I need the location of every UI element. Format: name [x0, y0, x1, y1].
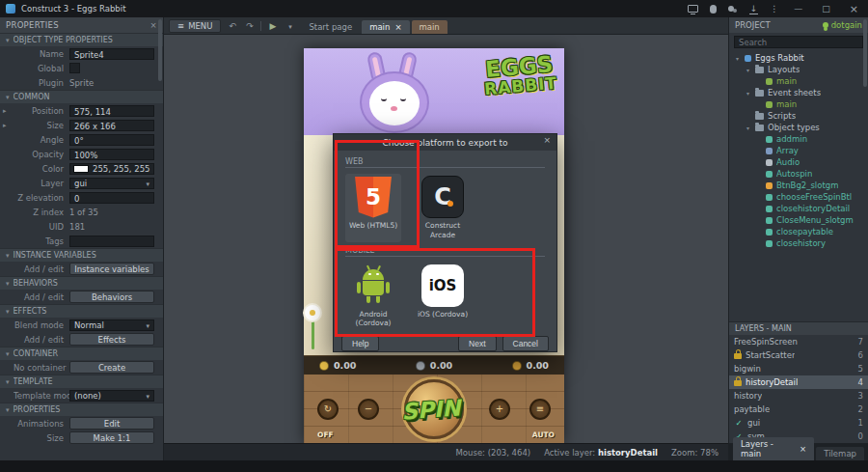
undo-icon[interactable] — [226, 21, 238, 31]
panel-tab[interactable]: Tilemap — [816, 447, 864, 460]
more-icon[interactable] — [770, 4, 778, 14]
property-button[interactable]: Effects — [69, 333, 154, 346]
property-button[interactable]: Instance variables — [69, 263, 154, 275]
property-row[interactable]: Add / edit Behaviors Behaviors Behaviors… — [0, 290, 163, 304]
scrollbar[interactable] — [158, 19, 162, 81]
property-row[interactable]: OBJECT TYPE PROPERTIES — [0, 33, 163, 46]
property-input[interactable]: Sprite4 — [69, 48, 154, 60]
property-input[interactable]: 575, 114 — [69, 105, 154, 117]
property-dropdown[interactable]: (none) — [69, 390, 154, 402]
property-input[interactable]: 0 — [69, 192, 154, 204]
document-tab[interactable]: Start page — [301, 20, 360, 34]
expand-icon[interactable] — [3, 122, 7, 129]
property-row[interactable]: Color 255, 255, 255 255, 255, 255 255, 2… — [0, 161, 163, 176]
bug-icon[interactable] — [710, 5, 717, 14]
tree-expand-icon[interactable]: ▾ — [745, 90, 751, 97]
property-row[interactable]: No container Create Create Create Create… — [0, 360, 163, 375]
property-row[interactable]: Tags — [0, 234, 163, 248]
chevron-down-icon[interactable] — [284, 21, 296, 31]
project-tree-item[interactable]: main — [729, 75, 868, 87]
close-tab-icon[interactable] — [800, 444, 806, 454]
project-tree-item[interactable]: chooseFreeSpinBtl — [729, 191, 868, 203]
property-color-picker[interactable]: 255, 255, 255 — [69, 163, 154, 175]
property-row[interactable]: TEMPLATE — [0, 375, 163, 388]
project-tree-item[interactable]: ▾ Layouts — [729, 64, 868, 75]
section-collapse-icon[interactable] — [6, 378, 10, 386]
layer-row[interactable]: paytable 2 — [729, 403, 868, 416]
property-row[interactable]: Blend mode Normal Normal Normal Normal N… — [0, 318, 163, 332]
layer-row[interactable]: bigwin 5 — [729, 362, 868, 375]
project-tree-item[interactable]: main — [729, 98, 868, 110]
layer-row[interactable]: history 3 — [729, 389, 868, 403]
section-collapse-icon[interactable] — [6, 280, 10, 288]
maximize-button[interactable] — [818, 4, 834, 14]
monitor-icon[interactable] — [688, 5, 698, 13]
property-dropdown[interactable]: Normal — [69, 319, 154, 331]
property-checkbox[interactable] — [69, 63, 80, 73]
property-row[interactable]: Z elevation 0 0 0 0 0 — [0, 190, 163, 205]
property-row[interactable]: BEHAVIORS — [0, 276, 163, 290]
project-tree-item[interactable]: addmin — [729, 133, 868, 145]
property-button[interactable]: Create — [69, 361, 154, 374]
tree-expand-icon[interactable]: ▾ — [734, 55, 741, 62]
cancel-button[interactable]: Cancel — [502, 336, 549, 351]
tile-web-html5[interactable]: 5 Web (HTML5) — [345, 174, 401, 242]
property-row[interactable]: CONTAINER — [0, 347, 163, 360]
visibility-check-icon[interactable] — [734, 418, 744, 428]
property-row[interactable]: Add / edit Instance variables Instance v… — [0, 262, 163, 276]
tile-android-cordova[interactable]: Android (Cordova) — [345, 263, 401, 331]
project-tree-item[interactable]: Autospin — [729, 168, 868, 180]
property-row[interactable]: Name Sprite4 Sprite4 Sprite4 Sprite4 Spr… — [0, 46, 163, 61]
section-collapse-icon[interactable] — [6, 406, 10, 414]
menu-button[interactable]: MENU — [169, 19, 221, 33]
section-collapse-icon[interactable] — [6, 308, 10, 316]
property-input[interactable] — [69, 236, 154, 247]
tile-ios-cordova[interactable]: iOS iOS (Cordova) — [415, 263, 471, 331]
project-tree-item[interactable]: ▾ Object types — [729, 122, 868, 133]
document-tab[interactable]: main — [412, 20, 448, 34]
property-row[interactable]: INSTANCE VARIABLES — [0, 248, 163, 262]
project-tree-item[interactable]: ▾ Event sheets — [729, 87, 868, 98]
layer-row[interactable]: gui 1 — [729, 416, 868, 430]
redo-icon[interactable] — [243, 21, 256, 31]
property-input[interactable]: 0° — [69, 134, 154, 146]
project-tree-item[interactable]: ▾ Eggs Rabbit — [729, 52, 868, 64]
layout-canvas[interactable]: EGGS RABBIT 0.00 0.00 0. — [164, 35, 728, 443]
lock-icon[interactable] — [734, 353, 742, 359]
user-account[interactable]: dotgain — [823, 20, 862, 30]
help-button[interactable]: Help — [341, 336, 379, 351]
section-collapse-icon[interactable] — [6, 37, 10, 44]
section-collapse-icon[interactable] — [6, 94, 10, 101]
property-row[interactable]: COMMON — [0, 90, 163, 103]
users-icon[interactable] — [728, 6, 734, 12]
property-row[interactable]: Opacity 100% 100% 100% 100% 100% — [0, 147, 163, 161]
property-row[interactable]: UID 181 181 181 181 181 — [0, 219, 163, 234]
tile-construct-arcade[interactable]: C Construct Arcade — [415, 174, 471, 242]
project-tree-item[interactable]: Scripts — [729, 110, 868, 122]
project-tree-item[interactable]: Audio — [729, 156, 868, 168]
property-row[interactable]: Angle 0° 0° 0° 0° 0° — [0, 132, 163, 147]
project-tree-item[interactable]: closepaytable — [729, 226, 868, 237]
tree-expand-icon[interactable]: ▾ — [745, 67, 751, 73]
project-tree-item[interactable]: BtnBg2_slotgm — [729, 180, 868, 191]
property-row[interactable]: Size 266 x 166 266 x 166 266 x 166 266 x… — [0, 118, 163, 132]
project-tree-item[interactable]: Array — [729, 145, 868, 156]
search-input[interactable] — [734, 36, 863, 48]
property-row[interactable]: PROPERTIES — [0, 403, 163, 416]
property-input[interactable]: 100% — [69, 149, 154, 160]
property-row[interactable]: Layer gui gui gui gui gui — [0, 176, 163, 190]
property-row[interactable]: Position 575, 114 575, 114 575, 114 575,… — [0, 103, 163, 118]
property-button[interactable]: Make 1:1 — [69, 431, 154, 444]
project-tree-item[interactable]: CloseMenu_slotgm — [729, 214, 868, 226]
property-row[interactable]: Plugin Sprite Sprite Sprite Sprite Sprit… — [0, 75, 163, 90]
property-row[interactable]: Add / edit Effects Effects Effects Effec… — [0, 332, 163, 347]
panel-tab[interactable]: Layers - main — [733, 437, 814, 460]
section-collapse-icon[interactable] — [6, 252, 10, 260]
expand-icon[interactable] — [3, 107, 7, 115]
document-tab[interactable]: main — [362, 20, 409, 34]
property-input[interactable]: 266 x 166 — [69, 120, 154, 131]
property-row[interactable]: EFFECTS — [0, 304, 163, 318]
tree-expand-icon[interactable]: ▾ — [745, 125, 751, 131]
close-tab-icon[interactable] — [394, 22, 401, 32]
minimize-button[interactable] — [790, 4, 806, 14]
